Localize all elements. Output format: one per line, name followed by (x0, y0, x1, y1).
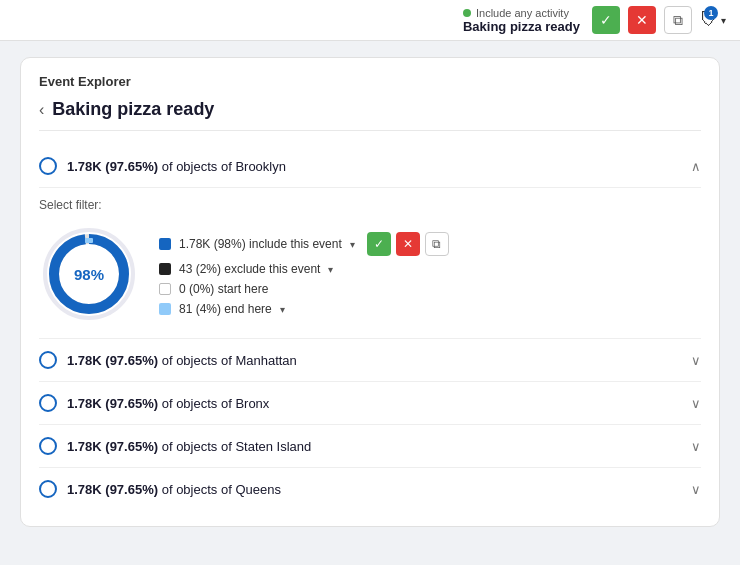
staten-island-label: 1.78K (97.65%) of objects of Staten Isla… (67, 439, 311, 454)
include-cancel-btn[interactable]: ✕ (396, 232, 420, 256)
section-row-brooklyn[interactable]: 1.78K (97.65%) of objects of Brooklyn ∧ (39, 145, 701, 188)
section-brooklyn: 1.78K (97.65%) of objects of Brooklyn ∧ … (39, 145, 701, 339)
section-row-manhattan[interactable]: 1.78K (97.65%) of objects of Manhattan ∨ (39, 339, 701, 382)
copy-button[interactable]: ⧉ (664, 6, 692, 34)
main-content: Event Explorer ‹ Baking pizza ready 1.78… (0, 41, 740, 543)
brooklyn-expanded: Select filter: (39, 188, 701, 339)
include-confirm-btn[interactable]: ✓ (367, 232, 391, 256)
legend-start-text: 0 (0%) start here (179, 282, 268, 296)
card-title: Event Explorer (39, 74, 701, 89)
topbar-activity: Include any activity Baking pizza ready (463, 7, 580, 34)
filter-arrow-icon: ▾ (721, 15, 726, 26)
queens-chevron: ∨ (691, 482, 701, 497)
legend-dot-start (159, 283, 171, 295)
include-filter-arrow[interactable]: ▾ (350, 239, 355, 250)
legend-exclude: 43 (2%) exclude this event ▾ (159, 262, 449, 276)
legend-include: 1.78K (98%) include this event ▾ ✓ ✕ ⧉ (159, 232, 449, 256)
section-row-queens[interactable]: 1.78K (97.65%) of objects of Queens ∨ (39, 468, 701, 510)
manhattan-chevron: ∨ (691, 353, 701, 368)
queens-label: 1.78K (97.65%) of objects of Queens (67, 482, 281, 497)
brooklyn-circle-icon (39, 157, 57, 175)
include-copy-btn[interactable]: ⧉ (425, 232, 449, 256)
filter-button[interactable]: ⛉ ▾ 1 (700, 10, 726, 31)
bronx-circle-icon (39, 394, 57, 412)
end-filter-arrow[interactable]: ▾ (280, 304, 285, 315)
filter-badge: 1 (704, 6, 718, 20)
filter-label: Select filter: (39, 198, 701, 212)
brooklyn-label: 1.78K (97.65%) of objects of Brooklyn (67, 159, 286, 174)
queens-circle-icon (39, 480, 57, 498)
staten-island-chevron: ∨ (691, 439, 701, 454)
donut-chart: 98% (39, 224, 139, 324)
event-explorer-card: Event Explorer ‹ Baking pizza ready 1.78… (20, 57, 720, 527)
cancel-button[interactable]: ✕ (628, 6, 656, 34)
manhattan-circle-icon (39, 351, 57, 369)
confirm-button[interactable]: ✓ (592, 6, 620, 34)
include-label: Include any activity (463, 7, 569, 19)
topbar: Include any activity Baking pizza ready … (0, 0, 740, 41)
legend-include-text: 1.78K (98%) include this event (179, 237, 342, 251)
filter-body: 98% 1.78K (98%) include this event ▾ ✓ ✕ (39, 224, 701, 324)
staten-island-circle-icon (39, 437, 57, 455)
topbar-event-name: Baking pizza ready (463, 19, 580, 34)
include-actions: ✓ ✕ ⧉ (367, 232, 449, 256)
brooklyn-chevron: ∧ (691, 159, 701, 174)
donut-center-label: 98% (74, 266, 104, 283)
bronx-chevron: ∨ (691, 396, 701, 411)
legend-dot-end (159, 303, 171, 315)
legend-end-text: 81 (4%) end here (179, 302, 272, 316)
svg-rect-3 (85, 238, 93, 243)
section-row-bronx[interactable]: 1.78K (97.65%) of objects of Bronx ∨ (39, 382, 701, 425)
legend-start: 0 (0%) start here (159, 282, 449, 296)
bronx-label: 1.78K (97.65%) of objects of Bronx (67, 396, 269, 411)
exclude-filter-arrow[interactable]: ▾ (328, 264, 333, 275)
legend-dot-exclude (159, 263, 171, 275)
manhattan-label: 1.78K (97.65%) of objects of Manhattan (67, 353, 297, 368)
section-row-staten-island[interactable]: 1.78K (97.65%) of objects of Staten Isla… (39, 425, 701, 468)
legend-dot-include (159, 238, 171, 250)
back-button[interactable]: ‹ (39, 101, 44, 119)
legend-exclude-text: 43 (2%) exclude this event (179, 262, 320, 276)
event-header: ‹ Baking pizza ready (39, 99, 701, 131)
event-title: Baking pizza ready (52, 99, 214, 120)
legend: 1.78K (98%) include this event ▾ ✓ ✕ ⧉ 4 (159, 232, 449, 316)
legend-end: 81 (4%) end here ▾ (159, 302, 449, 316)
